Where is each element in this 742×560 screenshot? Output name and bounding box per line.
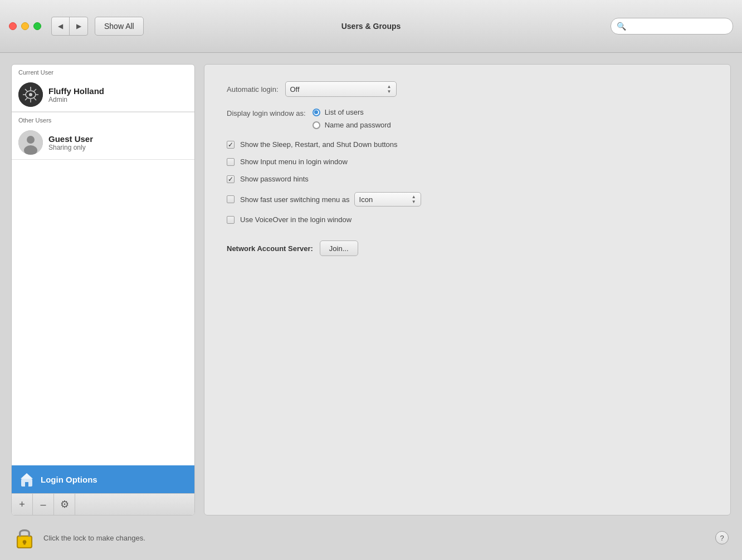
fast-user-switching-value: Icon: [359, 195, 373, 204]
checkbox-password-hints-label: Show password hints: [240, 175, 309, 183]
automatic-login-select[interactable]: Off ▲▼: [285, 81, 397, 97]
lock-icon[interactable]: [13, 527, 36, 549]
automatic-login-value: Off: [290, 85, 300, 94]
select-arrows-icon: ▲▼: [387, 84, 392, 94]
network-server-row: Network Account Server: Join...: [227, 240, 708, 256]
search-icon: 🔍: [617, 22, 626, 31]
current-user-label: Current User: [12, 65, 194, 78]
radio-name-password[interactable]: Name and password: [313, 121, 391, 129]
back-arrow[interactable]: ◀: [52, 17, 70, 35]
inline-select-arrows-icon: ▲▼: [412, 194, 416, 204]
radio-list-users-label: List of users: [325, 108, 364, 116]
svg-rect-16: [25, 482, 28, 487]
checkbox-password-hints-input[interactable]: ✓: [227, 175, 235, 183]
lock-text: Click the lock to make changes.: [43, 534, 145, 542]
search-box: 🔍: [611, 18, 733, 35]
help-button[interactable]: ?: [715, 531, 729, 544]
main-content: Current User Fluffy Hollan: [0, 53, 742, 515]
remove-user-button[interactable]: –: [33, 494, 54, 515]
checkbox-input-menu: Show Input menu in login window: [227, 158, 708, 166]
right-panel: Automatic login: Off ▲▼ Display login wi…: [204, 64, 731, 515]
network-account-server-label: Network Account Server:: [227, 244, 313, 253]
sidebar-actions: + – ⚙: [12, 493, 194, 515]
checkbox-sleep-restart-label: Show the Sleep, Restart, and Shut Down b…: [240, 140, 398, 149]
checkbox-voiceover: Use VoiceOver in the login window: [227, 215, 708, 224]
fast-user-switching-select[interactable]: Icon ▲▼: [354, 192, 421, 207]
titlebar: ◀ ▶ Show All Users & Groups 🔍: [0, 0, 742, 53]
guest-user-name: Guest User: [48, 134, 93, 144]
sidebar-spacer: [12, 160, 194, 465]
other-users-label: Other Users: [12, 112, 194, 126]
current-user-item[interactable]: Fluffy Holland Admin: [12, 78, 194, 112]
minimize-button[interactable]: [21, 22, 29, 30]
checkbox-voiceover-input[interactable]: [227, 216, 235, 224]
radio-list-of-users[interactable]: List of users: [313, 108, 391, 116]
search-input[interactable]: [629, 22, 727, 31]
svg-point-12: [27, 136, 35, 144]
login-options-item[interactable]: Login Options: [12, 465, 194, 493]
nav-arrows: ◀ ▶: [51, 17, 88, 36]
checkbox-input-menu-label: Show Input menu in login window: [240, 158, 348, 166]
login-options-icon: [18, 471, 35, 488]
guest-user-avatar: [18, 130, 43, 155]
other-users-section: Other Users Guest User Sharing only: [12, 112, 194, 160]
maximize-button[interactable]: [33, 22, 41, 30]
add-user-button[interactable]: +: [12, 494, 33, 515]
current-user-role: Admin: [48, 96, 104, 104]
bottom-bar: Click the lock to make changes. ?: [0, 515, 742, 560]
display-login-radio-group: List of users Name and password: [313, 108, 391, 129]
checkboxes-section: ✓ Show the Sleep, Restart, and Shut Down…: [227, 140, 708, 224]
current-user-info: Fluffy Holland Admin: [48, 86, 104, 104]
automatic-login-label: Automatic login:: [227, 85, 279, 94]
checkbox-sleep-restart: ✓ Show the Sleep, Restart, and Shut Down…: [227, 140, 708, 149]
checkbox-password-hints: ✓ Show password hints: [227, 175, 708, 183]
guest-user-item[interactable]: Guest User Sharing only: [12, 126, 194, 160]
login-options-label: Login Options: [41, 475, 97, 484]
current-user-name: Fluffy Holland: [48, 86, 104, 96]
window-controls: [9, 22, 41, 30]
checkbox-fast-user-switching-input[interactable]: [227, 195, 235, 203]
guest-user-info: Guest User Sharing only: [48, 134, 93, 151]
checkbox-fast-user-switching-label: Show fast user switching menu as: [240, 195, 350, 204]
show-all-button[interactable]: Show All: [95, 17, 144, 36]
guest-user-role: Sharing only: [48, 144, 93, 151]
close-button[interactable]: [9, 22, 17, 30]
automatic-login-row: Automatic login: Off ▲▼: [227, 81, 708, 97]
join-button[interactable]: Join...: [320, 240, 358, 256]
checkbox-fast-user-switching: Show fast user switching menu as Icon ▲▼: [227, 192, 708, 207]
display-login-label: Display login window as:: [227, 108, 306, 117]
window-title: Users & Groups: [341, 22, 401, 31]
radio-name-password-input[interactable]: [313, 121, 320, 129]
svg-rect-20: [23, 542, 25, 545]
sidebar: Current User Fluffy Hollan: [11, 64, 195, 515]
forward-arrow[interactable]: ▶: [70, 17, 87, 35]
svg-point-2: [29, 93, 32, 96]
current-user-avatar: [18, 82, 43, 107]
display-login-row: Display login window as: List of users N…: [227, 108, 708, 129]
svg-marker-15: [21, 473, 33, 479]
radio-list-users-input[interactable]: [313, 109, 320, 116]
checkbox-input-menu-input[interactable]: [227, 158, 235, 166]
radio-name-password-label: Name and password: [325, 121, 391, 129]
gear-button[interactable]: ⚙: [54, 494, 75, 515]
checkbox-voiceover-label: Use VoiceOver in the login window: [240, 215, 352, 224]
checkbox-sleep-restart-input[interactable]: ✓: [227, 141, 235, 149]
